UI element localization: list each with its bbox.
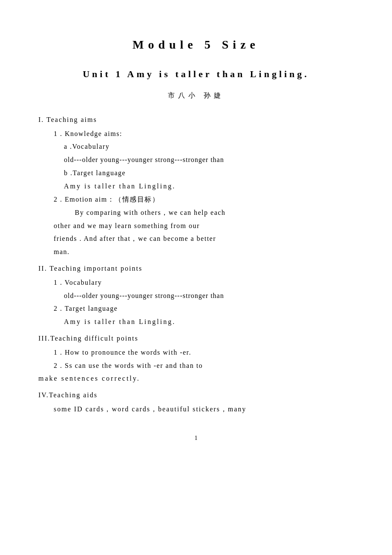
sub-b-label: b .Target language [64, 167, 354, 179]
sub-section-II-2: 2 . Target language [54, 303, 354, 315]
target-lang-II: Amy is taller than Lingling. [64, 316, 354, 328]
emotion-para-2: other and we may learn something from ou… [54, 220, 354, 232]
sub-a-label: a .Vocabulary [64, 141, 354, 153]
section-IV-title: IV.Teaching aids [38, 389, 354, 402]
emotion-para-4: man. [54, 246, 354, 258]
section-II-title: II. Teaching important points [38, 263, 354, 275]
section-I: I. Teaching aims 1 . Knowledge aims: a .… [38, 114, 354, 258]
document-page: Module 5 Size Unit 1 Amy is taller than … [30, 0, 362, 469]
sub-section-III-2-line1: 2 . Ss can use the words with -er and th… [54, 360, 354, 372]
page-number: 1 [38, 433, 354, 443]
vocab-row-II: old---older young---younger strong---str… [64, 290, 354, 302]
indent-space [54, 209, 72, 216]
unit-title: Unit 1 Amy is taller than Lingling. [38, 66, 354, 83]
sub-section-III-1: 1 . How to pronounce the words with -er. [54, 347, 354, 359]
emotion-para-1: By comparing with others，we can help eac… [54, 206, 354, 219]
target-lang-I: Amy is taller than Lingling. [64, 180, 354, 193]
section-III: III.Teaching difficult points 1 . How to… [38, 332, 354, 385]
vocab-row-I: old---older young---younger strong---str… [64, 154, 354, 166]
sub-section-I-1: 1 . Knowledge aims: [54, 128, 354, 140]
sub-section-II-1: 1 . Vocabulary [54, 277, 354, 289]
section-I-title: I. Teaching aims [38, 114, 354, 126]
section-III-title: III.Teaching difficult points [38, 332, 354, 345]
sub-section-III-2-line2: make sentences correctly. [38, 373, 354, 385]
emotion-para-3: friends . And after that，we can become a… [54, 232, 354, 245]
author-line: 市八小 孙婕 [38, 90, 354, 102]
section-II: II. Teaching important points 1 . Vocabu… [38, 263, 354, 328]
aids-content: some ID cards，word cards，beautiful stick… [54, 403, 354, 416]
emotion-paragraph: By comparing with others，we can help eac… [54, 206, 354, 258]
sub-section-I-2: 2 . Emotion aim：（情感目标） [54, 194, 354, 206]
main-title: Module 5 Size [38, 34, 354, 55]
section-IV: IV.Teaching aids some ID cards，word card… [38, 389, 354, 416]
